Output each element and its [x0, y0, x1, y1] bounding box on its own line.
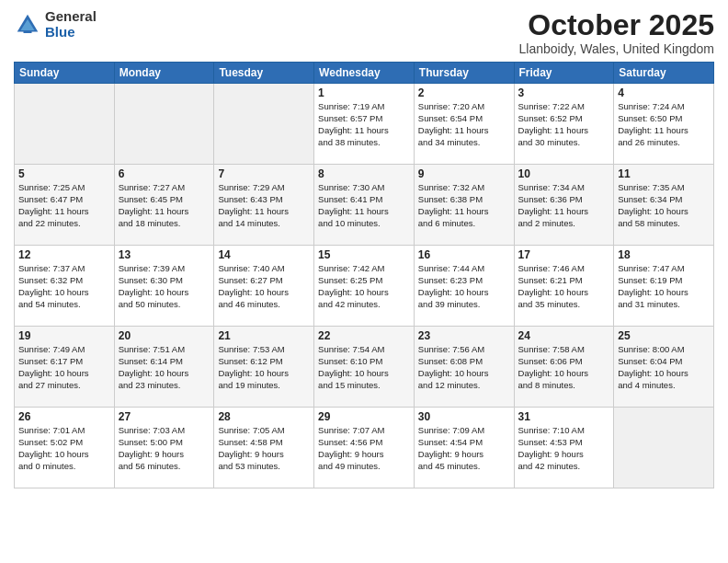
cell-text: Sunrise: 7:09 AMSunset: 4:54 PMDaylight:… — [418, 425, 510, 472]
cell-text: Sunrise: 7:42 AMSunset: 6:25 PMDaylight:… — [318, 263, 410, 310]
cell-text: Sunrise: 7:35 AMSunset: 6:34 PMDaylight:… — [618, 182, 710, 229]
title-block: October 2025 Llanboidy, Wales, United Ki… — [519, 9, 714, 56]
day-number: 24 — [518, 329, 610, 342]
cell-text: Sunrise: 7:32 AMSunset: 6:38 PMDaylight:… — [418, 182, 510, 229]
day-number: 16 — [418, 248, 510, 261]
cell-text: Sunrise: 7:27 AMSunset: 6:45 PMDaylight:… — [119, 182, 210, 229]
calendar-cell: 5Sunrise: 7:25 AMSunset: 6:47 PMDaylight… — [15, 165, 115, 246]
logo: General Blue — [14, 9, 97, 40]
day-number: 14 — [218, 248, 310, 261]
weekday-header-friday: Friday — [514, 63, 614, 84]
calendar-cell: 27Sunrise: 7:03 AMSunset: 5:00 PMDayligh… — [114, 408, 214, 488]
day-number: 5 — [18, 167, 110, 180]
day-number: 31 — [518, 410, 610, 423]
day-number: 12 — [18, 248, 110, 261]
cell-text: Sunrise: 7:34 AMSunset: 6:36 PMDaylight:… — [518, 182, 610, 229]
calendar-week-row: 19Sunrise: 7:49 AMSunset: 6:17 PMDayligh… — [15, 327, 714, 408]
day-number: 7 — [218, 167, 310, 180]
calendar-cell: 24Sunrise: 7:58 AMSunset: 6:06 PMDayligh… — [514, 327, 614, 408]
calendar-cell: 23Sunrise: 7:56 AMSunset: 6:08 PMDayligh… — [414, 327, 514, 408]
cell-text: Sunrise: 7:46 AMSunset: 6:21 PMDaylight:… — [518, 263, 610, 310]
location: Llanboidy, Wales, United Kingdom — [519, 41, 714, 56]
cell-text: Sunrise: 7:03 AMSunset: 5:00 PMDaylight:… — [119, 425, 210, 472]
cell-text: Sunrise: 7:44 AMSunset: 6:23 PMDaylight:… — [418, 263, 510, 310]
weekday-header-wednesday: Wednesday — [314, 63, 415, 84]
calendar-cell: 11Sunrise: 7:35 AMSunset: 6:34 PMDayligh… — [614, 165, 714, 246]
cell-text: Sunrise: 8:00 AMSunset: 6:04 PMDaylight:… — [618, 344, 710, 391]
day-number: 20 — [119, 329, 210, 342]
calendar-cell: 15Sunrise: 7:42 AMSunset: 6:25 PMDayligh… — [314, 246, 415, 327]
calendar-cell: 2Sunrise: 7:20 AMSunset: 6:54 PMDaylight… — [414, 84, 514, 165]
calendar-cell: 16Sunrise: 7:44 AMSunset: 6:23 PMDayligh… — [414, 246, 514, 327]
cell-text: Sunrise: 7:49 AMSunset: 6:17 PMDaylight:… — [18, 344, 110, 391]
cell-text: Sunrise: 7:54 AMSunset: 6:10 PMDaylight:… — [318, 344, 410, 391]
weekday-header-row: SundayMondayTuesdayWednesdayThursdayFrid… — [15, 63, 714, 84]
cell-text: Sunrise: 7:51 AMSunset: 6:14 PMDaylight:… — [119, 344, 210, 391]
day-number: 1 — [318, 86, 410, 99]
calendar-cell — [15, 84, 115, 165]
calendar-cell: 17Sunrise: 7:46 AMSunset: 6:21 PMDayligh… — [514, 246, 614, 327]
day-number: 3 — [518, 86, 610, 99]
day-number: 17 — [518, 248, 610, 261]
calendar-cell: 21Sunrise: 7:53 AMSunset: 6:12 PMDayligh… — [214, 327, 314, 408]
day-number: 28 — [218, 410, 310, 423]
logo-icon — [14, 11, 41, 39]
calendar-cell — [214, 84, 314, 165]
calendar-cell: 1Sunrise: 7:19 AMSunset: 6:57 PMDaylight… — [314, 84, 415, 165]
calendar-cell: 28Sunrise: 7:05 AMSunset: 4:58 PMDayligh… — [214, 408, 314, 488]
logo-blue: Blue — [45, 25, 97, 40]
calendar-cell: 12Sunrise: 7:37 AMSunset: 6:32 PMDayligh… — [15, 246, 115, 327]
day-number: 8 — [318, 167, 410, 180]
calendar-cell: 10Sunrise: 7:34 AMSunset: 6:36 PMDayligh… — [514, 165, 614, 246]
calendar-week-row: 12Sunrise: 7:37 AMSunset: 6:32 PMDayligh… — [15, 246, 714, 327]
cell-text: Sunrise: 7:01 AMSunset: 5:02 PMDaylight:… — [18, 425, 110, 472]
weekday-header-monday: Monday — [114, 63, 214, 84]
calendar-cell: 9Sunrise: 7:32 AMSunset: 6:38 PMDaylight… — [414, 165, 514, 246]
calendar-cell: 8Sunrise: 7:30 AMSunset: 6:41 PMDaylight… — [314, 165, 415, 246]
calendar-cell: 29Sunrise: 7:07 AMSunset: 4:56 PMDayligh… — [314, 408, 415, 488]
weekday-header-thursday: Thursday — [414, 63, 514, 84]
day-number: 19 — [18, 329, 110, 342]
calendar-cell: 6Sunrise: 7:27 AMSunset: 6:45 PMDaylight… — [114, 165, 214, 246]
calendar-cell: 31Sunrise: 7:10 AMSunset: 4:53 PMDayligh… — [514, 408, 614, 488]
calendar-cell — [614, 408, 714, 488]
cell-text: Sunrise: 7:19 AMSunset: 6:57 PMDaylight:… — [318, 101, 410, 148]
day-number: 21 — [218, 329, 310, 342]
cell-text: Sunrise: 7:25 AMSunset: 6:47 PMDaylight:… — [18, 182, 110, 229]
calendar-week-row: 26Sunrise: 7:01 AMSunset: 5:02 PMDayligh… — [15, 408, 714, 488]
svg-rect-2 — [24, 30, 32, 33]
day-number: 27 — [119, 410, 210, 423]
cell-text: Sunrise: 7:22 AMSunset: 6:52 PMDaylight:… — [518, 101, 610, 148]
cell-text: Sunrise: 7:07 AMSunset: 4:56 PMDaylight:… — [318, 425, 410, 472]
cell-text: Sunrise: 7:37 AMSunset: 6:32 PMDaylight:… — [18, 263, 110, 310]
header: General Blue October 2025 Llanboidy, Wal… — [14, 9, 714, 56]
calendar-cell — [114, 84, 214, 165]
calendar-cell: 25Sunrise: 8:00 AMSunset: 6:04 PMDayligh… — [614, 327, 714, 408]
calendar-cell: 13Sunrise: 7:39 AMSunset: 6:30 PMDayligh… — [114, 246, 214, 327]
calendar-cell: 20Sunrise: 7:51 AMSunset: 6:14 PMDayligh… — [114, 327, 214, 408]
cell-text: Sunrise: 7:29 AMSunset: 6:43 PMDaylight:… — [218, 182, 310, 229]
cell-text: Sunrise: 7:10 AMSunset: 4:53 PMDaylight:… — [518, 425, 610, 472]
day-number: 22 — [318, 329, 410, 342]
day-number: 25 — [618, 329, 710, 342]
calendar: SundayMondayTuesdayWednesdayThursdayFrid… — [14, 62, 714, 488]
day-number: 23 — [418, 329, 510, 342]
cell-text: Sunrise: 7:56 AMSunset: 6:08 PMDaylight:… — [418, 344, 510, 391]
calendar-cell: 30Sunrise: 7:09 AMSunset: 4:54 PMDayligh… — [414, 408, 514, 488]
day-number: 9 — [418, 167, 510, 180]
weekday-header-sunday: Sunday — [15, 63, 115, 84]
calendar-cell: 19Sunrise: 7:49 AMSunset: 6:17 PMDayligh… — [15, 327, 115, 408]
day-number: 18 — [618, 248, 710, 261]
cell-text: Sunrise: 7:40 AMSunset: 6:27 PMDaylight:… — [218, 263, 310, 310]
day-number: 13 — [119, 248, 210, 261]
calendar-cell: 26Sunrise: 7:01 AMSunset: 5:02 PMDayligh… — [15, 408, 115, 488]
calendar-cell: 7Sunrise: 7:29 AMSunset: 6:43 PMDaylight… — [214, 165, 314, 246]
day-number: 30 — [418, 410, 510, 423]
calendar-cell: 22Sunrise: 7:54 AMSunset: 6:10 PMDayligh… — [314, 327, 415, 408]
day-number: 2 — [418, 86, 510, 99]
cell-text: Sunrise: 7:05 AMSunset: 4:58 PMDaylight:… — [218, 425, 310, 472]
day-number: 11 — [618, 167, 710, 180]
weekday-header-tuesday: Tuesday — [214, 63, 314, 84]
month-title: October 2025 — [519, 9, 714, 41]
day-number: 6 — [119, 167, 210, 180]
